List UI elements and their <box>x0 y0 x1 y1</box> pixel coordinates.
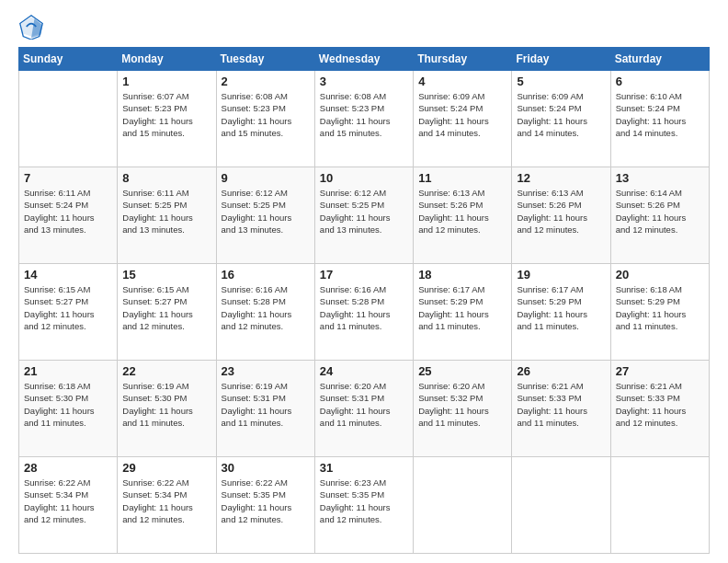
calendar-cell <box>512 457 610 554</box>
calendar-cell: 9Sunrise: 6:12 AM Sunset: 5:25 PM Daylig… <box>216 167 314 264</box>
calendar-week-3: 14Sunrise: 6:15 AM Sunset: 5:27 PM Dayli… <box>19 264 710 361</box>
day-number: 9 <box>222 171 310 185</box>
day-number: 1 <box>122 75 210 88</box>
day-info: Sunrise: 6:13 AM Sunset: 5:26 PM Dayligh… <box>517 187 605 236</box>
calendar-cell: 24Sunrise: 6:20 AM Sunset: 5:31 PM Dayli… <box>314 361 413 457</box>
weekday-header-wednesday: Wednesday <box>314 48 413 71</box>
day-number: 30 <box>222 461 310 475</box>
calendar-cell: 10Sunrise: 6:12 AM Sunset: 5:25 PM Dayli… <box>314 167 413 264</box>
calendar-cell: 27Sunrise: 6:21 AM Sunset: 5:33 PM Dayli… <box>610 361 709 457</box>
calendar-cell: 12Sunrise: 6:13 AM Sunset: 5:26 PM Dayli… <box>512 167 610 264</box>
day-number: 27 <box>616 364 704 378</box>
calendar-cell: 20Sunrise: 6:18 AM Sunset: 5:29 PM Dayli… <box>610 264 709 361</box>
calendar-cell: 4Sunrise: 6:09 AM Sunset: 5:24 PM Daylig… <box>414 71 512 167</box>
day-info: Sunrise: 6:22 AM Sunset: 5:35 PM Dayligh… <box>222 477 310 525</box>
day-number: 22 <box>122 364 210 378</box>
calendar-cell: 6Sunrise: 6:10 AM Sunset: 5:24 PM Daylig… <box>610 71 709 167</box>
calendar-cell: 23Sunrise: 6:19 AM Sunset: 5:31 PM Dayli… <box>216 361 314 457</box>
day-info: Sunrise: 6:16 AM Sunset: 5:28 PM Dayligh… <box>222 283 310 332</box>
day-info: Sunrise: 6:07 AM Sunset: 5:23 PM Dayligh… <box>122 90 210 139</box>
calendar-cell: 26Sunrise: 6:21 AM Sunset: 5:33 PM Dayli… <box>512 361 610 457</box>
day-info: Sunrise: 6:12 AM Sunset: 5:25 PM Dayligh… <box>320 187 408 236</box>
day-number: 11 <box>418 171 506 185</box>
calendar-cell: 21Sunrise: 6:18 AM Sunset: 5:30 PM Dayli… <box>19 361 118 457</box>
weekday-header-saturday: Saturday <box>610 48 709 71</box>
calendar-cell: 28Sunrise: 6:22 AM Sunset: 5:34 PM Dayli… <box>19 457 118 554</box>
day-info: Sunrise: 6:19 AM Sunset: 5:30 PM Dayligh… <box>122 380 210 429</box>
day-info: Sunrise: 6:16 AM Sunset: 5:28 PM Dayligh… <box>320 283 408 332</box>
calendar-week-1: 1Sunrise: 6:07 AM Sunset: 5:23 PM Daylig… <box>19 71 710 167</box>
day-number: 16 <box>222 268 310 282</box>
day-info: Sunrise: 6:22 AM Sunset: 5:34 PM Dayligh… <box>122 477 210 525</box>
calendar-cell: 18Sunrise: 6:17 AM Sunset: 5:29 PM Dayli… <box>414 264 512 361</box>
day-number: 14 <box>24 268 112 282</box>
day-number: 4 <box>418 75 506 88</box>
weekday-header-monday: Monday <box>118 48 216 71</box>
day-number: 7 <box>24 171 112 185</box>
calendar-cell: 11Sunrise: 6:13 AM Sunset: 5:26 PM Dayli… <box>414 167 512 264</box>
day-number: 28 <box>24 461 112 475</box>
day-info: Sunrise: 6:22 AM Sunset: 5:34 PM Dayligh… <box>24 477 112 525</box>
day-info: Sunrise: 6:08 AM Sunset: 5:23 PM Dayligh… <box>222 90 310 139</box>
day-number: 10 <box>320 171 408 185</box>
day-number: 15 <box>122 268 210 282</box>
day-info: Sunrise: 6:13 AM Sunset: 5:26 PM Dayligh… <box>418 187 506 236</box>
day-number: 18 <box>418 268 506 282</box>
calendar-cell: 19Sunrise: 6:17 AM Sunset: 5:29 PM Dayli… <box>512 264 610 361</box>
day-number: 13 <box>616 171 704 185</box>
day-number: 23 <box>222 364 310 378</box>
day-info: Sunrise: 6:14 AM Sunset: 5:26 PM Dayligh… <box>616 187 704 236</box>
calendar-cell: 13Sunrise: 6:14 AM Sunset: 5:26 PM Dayli… <box>610 167 709 264</box>
calendar-cell: 3Sunrise: 6:08 AM Sunset: 5:23 PM Daylig… <box>314 71 413 167</box>
day-info: Sunrise: 6:21 AM Sunset: 5:33 PM Dayligh… <box>517 380 605 429</box>
day-info: Sunrise: 6:08 AM Sunset: 5:23 PM Dayligh… <box>320 90 408 139</box>
calendar-cell: 7Sunrise: 6:11 AM Sunset: 5:24 PM Daylig… <box>19 167 118 264</box>
weekday-header-thursday: Thursday <box>414 48 512 71</box>
day-number: 25 <box>418 364 506 378</box>
day-number: 2 <box>222 75 310 88</box>
logo-icon <box>18 14 44 40</box>
calendar-cell: 29Sunrise: 6:22 AM Sunset: 5:34 PM Dayli… <box>118 457 216 554</box>
day-number: 31 <box>320 461 408 475</box>
day-info: Sunrise: 6:17 AM Sunset: 5:29 PM Dayligh… <box>418 283 506 332</box>
day-info: Sunrise: 6:15 AM Sunset: 5:27 PM Dayligh… <box>24 283 112 332</box>
day-info: Sunrise: 6:11 AM Sunset: 5:24 PM Dayligh… <box>24 187 112 236</box>
weekday-header-friday: Friday <box>512 48 610 71</box>
day-info: Sunrise: 6:09 AM Sunset: 5:24 PM Dayligh… <box>418 90 506 139</box>
day-number: 19 <box>517 268 605 282</box>
day-info: Sunrise: 6:20 AM Sunset: 5:32 PM Dayligh… <box>418 380 506 429</box>
calendar-cell <box>610 457 709 554</box>
calendar-cell: 25Sunrise: 6:20 AM Sunset: 5:32 PM Dayli… <box>414 361 512 457</box>
calendar-cell: 2Sunrise: 6:08 AM Sunset: 5:23 PM Daylig… <box>216 71 314 167</box>
calendar-week-2: 7Sunrise: 6:11 AM Sunset: 5:24 PM Daylig… <box>19 167 710 264</box>
header <box>18 14 710 40</box>
day-number: 12 <box>517 171 605 185</box>
day-info: Sunrise: 6:15 AM Sunset: 5:27 PM Dayligh… <box>122 283 210 332</box>
calendar-cell <box>414 457 512 554</box>
day-info: Sunrise: 6:21 AM Sunset: 5:33 PM Dayligh… <box>616 380 704 429</box>
calendar-cell: 8Sunrise: 6:11 AM Sunset: 5:25 PM Daylig… <box>118 167 216 264</box>
calendar-cell: 31Sunrise: 6:23 AM Sunset: 5:35 PM Dayli… <box>314 457 413 554</box>
weekday-header-tuesday: Tuesday <box>216 48 314 71</box>
weekday-header-row: SundayMondayTuesdayWednesdayThursdayFrid… <box>19 48 710 71</box>
day-info: Sunrise: 6:18 AM Sunset: 5:29 PM Dayligh… <box>616 283 704 332</box>
calendar-cell: 15Sunrise: 6:15 AM Sunset: 5:27 PM Dayli… <box>118 264 216 361</box>
day-number: 17 <box>320 268 408 282</box>
day-info: Sunrise: 6:23 AM Sunset: 5:35 PM Dayligh… <box>320 477 408 525</box>
calendar-week-5: 28Sunrise: 6:22 AM Sunset: 5:34 PM Dayli… <box>19 457 710 554</box>
calendar-cell: 30Sunrise: 6:22 AM Sunset: 5:35 PM Dayli… <box>216 457 314 554</box>
day-info: Sunrise: 6:17 AM Sunset: 5:29 PM Dayligh… <box>517 283 605 332</box>
calendar-cell: 17Sunrise: 6:16 AM Sunset: 5:28 PM Dayli… <box>314 264 413 361</box>
day-number: 3 <box>320 75 408 88</box>
calendar-cell: 22Sunrise: 6:19 AM Sunset: 5:30 PM Dayli… <box>118 361 216 457</box>
day-info: Sunrise: 6:10 AM Sunset: 5:24 PM Dayligh… <box>616 90 704 139</box>
day-info: Sunrise: 6:18 AM Sunset: 5:30 PM Dayligh… <box>24 380 112 429</box>
day-info: Sunrise: 6:19 AM Sunset: 5:31 PM Dayligh… <box>222 380 310 429</box>
day-number: 20 <box>616 268 704 282</box>
calendar-cell: 14Sunrise: 6:15 AM Sunset: 5:27 PM Dayli… <box>19 264 118 361</box>
page: SundayMondayTuesdayWednesdayThursdayFrid… <box>0 0 728 563</box>
day-number: 8 <box>122 171 210 185</box>
calendar-cell: 5Sunrise: 6:09 AM Sunset: 5:24 PM Daylig… <box>512 71 610 167</box>
calendar-table: SundayMondayTuesdayWednesdayThursdayFrid… <box>18 47 710 554</box>
day-info: Sunrise: 6:12 AM Sunset: 5:25 PM Dayligh… <box>222 187 310 236</box>
